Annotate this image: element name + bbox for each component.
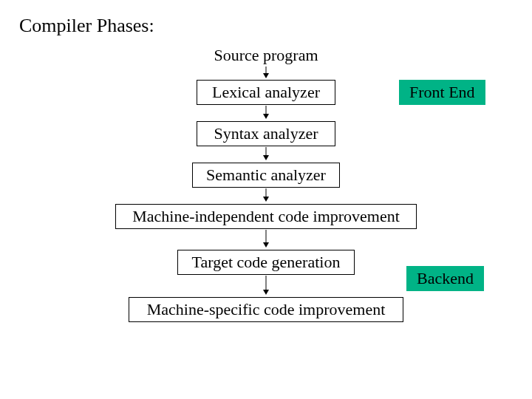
page-title: Compiler Phases: (19, 15, 154, 37)
arrow-icon (262, 147, 270, 160)
arrow-icon (262, 276, 270, 295)
badge-front-end: Front End (399, 80, 485, 105)
phase-lexical-analyzer: Lexical analyzer (197, 80, 335, 105)
phase-machine-independent-improvement: Machine-independent code improvement (115, 204, 417, 229)
arrow-icon (262, 230, 270, 248)
phase-target-code-generation: Target code generation (177, 250, 355, 275)
source-program-text: Source program (214, 46, 318, 65)
arrow-icon (262, 66, 270, 78)
badge-backend: Backend (406, 266, 484, 291)
phase-semantic-analyzer: Semantic analyzer (192, 163, 340, 188)
phase-syntax-analyzer: Syntax analyzer (197, 121, 335, 146)
source-program-label: Source program (0, 46, 532, 65)
phase-machine-specific-improvement: Machine-specific code improvement (129, 297, 403, 322)
arrow-icon (262, 106, 270, 119)
arrow-icon (262, 188, 270, 202)
